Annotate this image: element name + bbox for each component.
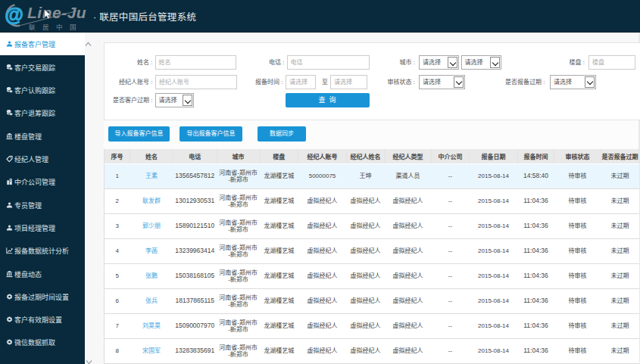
svg-text:Line-Ju: Line-Ju bbox=[27, 4, 86, 21]
svg-text:@: @ bbox=[5, 4, 23, 25]
